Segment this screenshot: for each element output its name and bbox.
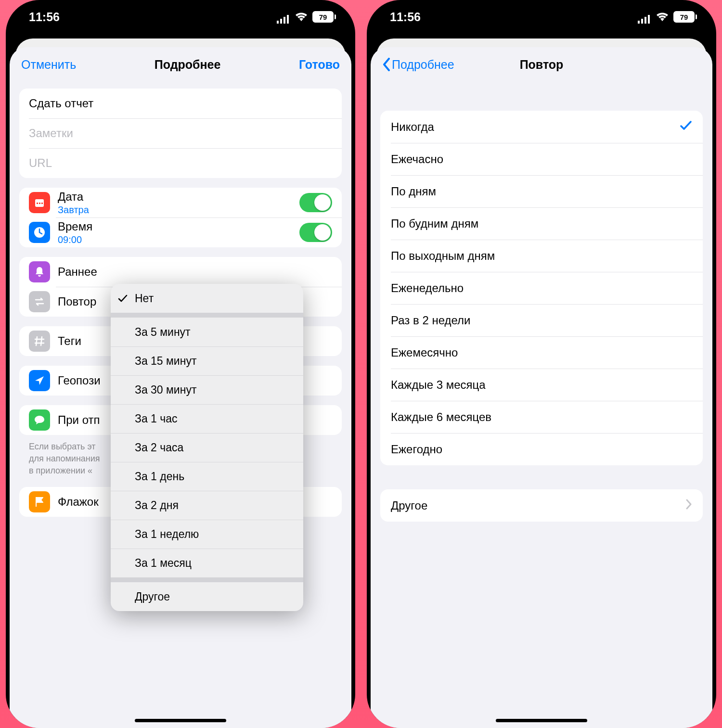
repeat-icon	[29, 291, 50, 312]
repeat-option[interactable]: Ежегодно	[380, 433, 703, 465]
time-label: Время	[58, 220, 299, 233]
group-datetime: Дата Завтра Время 09:00	[19, 188, 342, 247]
check-icon	[680, 120, 692, 134]
cellular-icon	[638, 13, 651, 21]
details-sheet: Отменить Подробнее Готово	[10, 47, 351, 728]
svg-rect-2	[284, 17, 285, 24]
done-button[interactable]: Готово	[299, 58, 340, 72]
repeat-option[interactable]: Никогда	[380, 111, 703, 143]
svg-rect-1	[280, 19, 282, 24]
chevron-right-icon	[685, 499, 692, 512]
bell-icon	[29, 261, 50, 282]
svg-rect-7	[39, 203, 40, 204]
svg-rect-6	[37, 203, 38, 204]
battery-icon: 79	[312, 11, 336, 23]
dropdown-separator	[111, 313, 303, 318]
repeat-option-label: Раз в 2 недели	[391, 314, 470, 327]
group-text-fields	[19, 89, 342, 178]
early-reminder-row[interactable]: Раннее	[19, 257, 342, 287]
repeat-sheet: Подробнее Повтор Никогда Ежечасно По дня…	[371, 47, 712, 728]
dropdown-item-label: Нет	[135, 292, 154, 305]
early-reminder-dropdown: Нет За 5 минут За 15 минут За 30 минут З…	[111, 284, 303, 611]
dropdown-item[interactable]: За 1 час	[111, 404, 303, 433]
dropdown-item[interactable]: За 15 минут	[111, 346, 303, 375]
svg-rect-12	[645, 17, 646, 24]
dropdown-item-label: За 30 минут	[135, 383, 196, 396]
home-indicator[interactable]	[135, 719, 226, 722]
repeat-option[interactable]: Каждые 6 месяцев	[380, 401, 703, 433]
hash-icon	[29, 331, 50, 352]
title-input[interactable]	[29, 97, 332, 110]
dropdown-item[interactable]: За 30 минут	[111, 375, 303, 404]
notes-input[interactable]	[29, 127, 332, 140]
date-toggle[interactable]	[299, 193, 332, 212]
date-label: Дата	[58, 190, 299, 204]
repeat-option[interactable]: По дням	[380, 175, 703, 207]
dropdown-item[interactable]: За 1 день	[111, 462, 303, 491]
repeat-option[interactable]: Раз в 2 недели	[380, 304, 703, 336]
back-button[interactable]: Подробнее	[382, 58, 454, 72]
dropdown-item[interactable]: За 2 часа	[111, 433, 303, 462]
svg-rect-0	[277, 21, 279, 24]
repeat-option-label: По дням	[391, 185, 436, 198]
dropdown-item[interactable]: За 5 минут	[111, 318, 303, 346]
wifi-icon	[295, 10, 308, 24]
status-right: 79	[638, 10, 697, 24]
chevron-left-icon	[382, 58, 391, 71]
cancel-button[interactable]: Отменить	[21, 58, 76, 72]
status-bar: 11:56 79	[367, 0, 716, 34]
flag-icon	[29, 491, 50, 512]
dropdown-item-other[interactable]: Другое	[111, 582, 303, 611]
calendar-icon	[29, 192, 50, 213]
dropdown-item[interactable]: За 2 дня	[111, 491, 303, 520]
page-title: Подробнее	[155, 58, 221, 72]
time-value: 09:00	[58, 234, 299, 245]
clock-icon	[29, 222, 50, 243]
repeat-option-label: Каждые 6 месяцев	[391, 410, 491, 424]
dropdown-item-label: За 1 неделю	[135, 528, 199, 541]
title-field-row[interactable]	[19, 89, 342, 118]
repeat-option-label: Ежечасно	[391, 153, 443, 166]
navbar: Отменить Подробнее Готово	[10, 47, 351, 82]
home-indicator[interactable]	[496, 719, 587, 722]
svg-rect-5	[35, 199, 44, 202]
svg-rect-10	[638, 21, 640, 24]
url-field-row[interactable]	[19, 148, 342, 178]
dropdown-item-label: За 1 час	[135, 412, 178, 425]
dropdown-item[interactable]: Нет	[111, 284, 303, 313]
time-toggle[interactable]	[299, 223, 332, 242]
sheet-stack: Подробнее Повтор Никогда Ежечасно По дня…	[367, 38, 716, 728]
dropdown-item-label: За 1 месяц	[135, 557, 192, 570]
navbar: Подробнее Повтор	[371, 47, 712, 82]
status-time: 11:56	[390, 10, 421, 24]
repeat-option[interactable]: По выходным дням	[380, 240, 703, 272]
svg-rect-8	[41, 203, 43, 204]
dropdown-item-label: За 2 часа	[135, 441, 183, 454]
repeat-option[interactable]: Ежечасно	[380, 143, 703, 175]
repeat-option-label: Никогда	[391, 120, 434, 134]
cellular-icon	[277, 13, 290, 21]
repeat-option[interactable]: Еженедельно	[380, 272, 703, 304]
svg-rect-11	[641, 19, 643, 24]
svg-rect-3	[287, 15, 289, 24]
dropdown-item-label: Другое	[135, 590, 170, 603]
repeat-option[interactable]: По будним дням	[380, 207, 703, 240]
repeat-other-row[interactable]: Другое	[380, 489, 703, 522]
location-arrow-icon	[29, 370, 50, 391]
url-input[interactable]	[29, 156, 332, 170]
date-value: Завтра	[58, 204, 299, 216]
status-bar: 11:56 79	[6, 0, 355, 34]
notes-field-row[interactable]	[19, 118, 342, 148]
dropdown-item[interactable]: За 1 месяц	[111, 549, 303, 577]
time-row[interactable]: Время 09:00	[19, 217, 342, 247]
dropdown-item-label: За 5 минут	[135, 326, 191, 339]
page-title: Повтор	[520, 58, 564, 72]
repeat-content: Никогда Ежечасно По дням По будним дням …	[371, 82, 712, 728]
status-time: 11:56	[29, 10, 60, 24]
repeat-option[interactable]: Ежемесячно	[380, 336, 703, 369]
date-row[interactable]: Дата Завтра	[19, 188, 342, 217]
repeat-option[interactable]: Каждые 3 месяца	[380, 369, 703, 401]
repeat-option-label: По будним дням	[391, 217, 478, 230]
battery-level: 79	[673, 11, 695, 23]
dropdown-item[interactable]: За 1 неделю	[111, 520, 303, 549]
